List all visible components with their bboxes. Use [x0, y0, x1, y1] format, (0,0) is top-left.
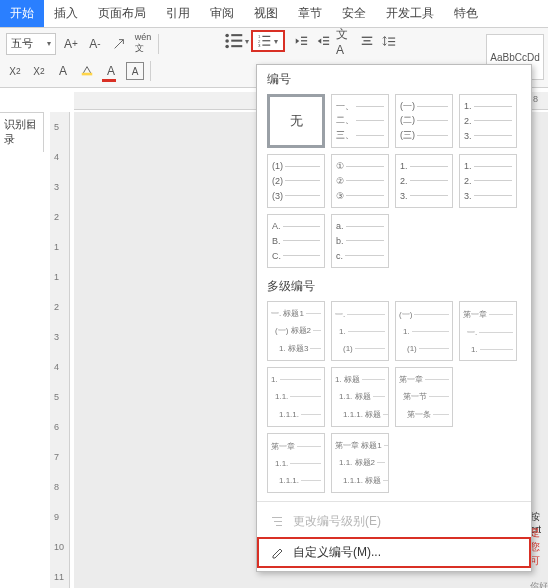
svg-rect-0	[82, 73, 93, 76]
multilevel-option[interactable]: 第一章一.1.	[459, 301, 517, 361]
chevron-down-icon: ▾	[274, 37, 278, 46]
svg-rect-12	[262, 45, 270, 46]
decrease-indent-icon[interactable]	[292, 32, 310, 50]
numbering-option[interactable]: a.b.c.	[331, 214, 389, 268]
svg-rect-15	[301, 44, 307, 45]
numbering-option[interactable]: (一)(二)(三)	[395, 94, 453, 148]
highlight-icon[interactable]	[78, 62, 96, 80]
numbering-option[interactable]: 一、二、三、	[331, 94, 389, 148]
chevron-down-icon: ▾	[47, 39, 51, 48]
ruler-tick: 1	[54, 272, 59, 282]
multilevel-option[interactable]: 第一章第一节第一条	[395, 367, 453, 427]
numbering-option[interactable]: A.B.C.	[267, 214, 325, 268]
ruler-h-mark: 8	[533, 94, 538, 104]
numbering-option[interactable]: 1.2.3.	[459, 94, 517, 148]
numbering-dropdown: 编号 无一、二、三、(一)(二)(三)1.2.3.(1)(2)(3)①②③1.2…	[256, 64, 532, 572]
multilevel-option[interactable]: 一.1.(1)	[331, 301, 389, 361]
chevron-down-icon: ▾	[245, 37, 249, 46]
svg-rect-20	[364, 40, 371, 41]
line-spacing-icon[interactable]	[380, 32, 398, 50]
numbering-option[interactable]: (1)(2)(3)	[267, 154, 325, 208]
clear-format-icon[interactable]	[110, 35, 128, 53]
svg-rect-18	[323, 44, 329, 45]
tab-special[interactable]: 特色	[444, 0, 488, 27]
pencil-icon	[271, 546, 285, 560]
multilevel-option[interactable]: 第一章1.1.1.1.1.	[267, 433, 325, 493]
svg-rect-10	[262, 40, 270, 41]
multilevel-option[interactable]: (一)1.(1)	[395, 301, 453, 361]
tab-devtools[interactable]: 开发工具	[376, 0, 444, 27]
svg-rect-23	[388, 41, 395, 42]
svg-rect-6	[231, 45, 242, 47]
tab-bar: 开始 插入 页面布局 引用 审阅 视图 章节 安全 开发工具 特色	[0, 0, 548, 28]
svg-rect-8	[262, 36, 270, 37]
increase-indent-icon[interactable]	[314, 32, 332, 50]
superscript-icon[interactable]: X2	[6, 62, 24, 80]
svg-rect-14	[301, 40, 307, 41]
left-panel: 识别目录	[0, 112, 44, 152]
font-effect-icon[interactable]: A	[54, 62, 72, 80]
ruler-tick: 5	[54, 392, 59, 402]
svg-rect-13	[301, 37, 307, 38]
side-text-warn: 是您可	[530, 526, 548, 568]
customize-numbering-item[interactable]: 自定义编号(M)...	[257, 537, 531, 568]
align-icon[interactable]	[358, 32, 376, 50]
char-border-icon[interactable]: A	[126, 62, 144, 80]
ruler-tick: 3	[54, 182, 59, 192]
svg-rect-4	[231, 40, 242, 42]
ruler-tick: 4	[54, 362, 59, 372]
multilevel-option[interactable]: 一. 标题1(一) 标题21. 标题3	[267, 301, 325, 361]
tab-insert[interactable]: 插入	[44, 0, 88, 27]
svg-rect-16	[323, 37, 329, 38]
svg-rect-19	[362, 37, 373, 38]
multilevel-grid: 一. 标题1(一) 标题21. 标题3一.1.(1)(一)1.(1)第一章一.1…	[257, 297, 531, 497]
numbered-list-button[interactable]: 123 ▾	[251, 30, 285, 52]
subscript-icon[interactable]: X2	[30, 62, 48, 80]
ruler-tick: 7	[54, 452, 59, 462]
svg-rect-24	[388, 45, 395, 46]
numbering-option[interactable]: 1.2.3.	[459, 154, 517, 208]
tab-security[interactable]: 安全	[332, 0, 376, 27]
ruler-tick: 1	[54, 242, 59, 252]
increase-font-icon[interactable]: A+	[62, 35, 80, 53]
tab-layout[interactable]: 页面布局	[88, 0, 156, 27]
tab-start[interactable]: 开始	[0, 0, 44, 27]
text-direction-icon[interactable]: 文A	[336, 32, 354, 50]
svg-rect-17	[323, 40, 329, 41]
ruler-tick: 5	[54, 122, 59, 132]
phonetic-icon[interactable]: wén文	[134, 35, 152, 53]
ruler-tick: 9	[54, 512, 59, 522]
tab-reference[interactable]: 引用	[156, 0, 200, 27]
font-color-icon[interactable]: A	[102, 62, 120, 80]
ruler-tick: 6	[54, 422, 59, 432]
svg-point-1	[225, 34, 229, 38]
multilevel-option[interactable]: 第一章 标题11.1. 标题21.1.1. 标题	[331, 433, 389, 493]
customize-numbering-label: 自定义编号(M)...	[293, 544, 381, 561]
multilevel-option[interactable]: 1.1.1.1.1.1.	[267, 367, 325, 427]
svg-rect-21	[362, 44, 373, 45]
svg-point-5	[225, 45, 229, 49]
ruler-tick: 3	[54, 332, 59, 342]
tab-review[interactable]: 审阅	[200, 0, 244, 27]
change-level-label: 更改编号级别(E)	[293, 513, 381, 530]
numbering-option[interactable]: ①②③	[331, 154, 389, 208]
ruler-tick: 2	[54, 302, 59, 312]
numbering-option[interactable]: 1.2.3.	[395, 154, 453, 208]
tab-chapter[interactable]: 章节	[288, 0, 332, 27]
list-level-icon	[271, 515, 285, 529]
font-size-select[interactable]: 五号 ▾	[6, 33, 56, 55]
svg-rect-2	[231, 34, 242, 36]
svg-rect-25	[272, 517, 282, 518]
numbering-option[interactable]: 无	[267, 94, 325, 148]
decrease-font-icon[interactable]: A-	[86, 35, 104, 53]
ruler-vertical: 543211234567891011	[50, 112, 70, 588]
ruler-tick: 10	[54, 542, 64, 552]
bullet-list-button[interactable]: ▾	[222, 30, 250, 52]
svg-rect-27	[276, 525, 282, 526]
multilevel-option[interactable]: 1. 标题1.1. 标题1.1.1. 标题	[331, 367, 389, 427]
tab-view[interactable]: 视图	[244, 0, 288, 27]
svg-rect-22	[388, 38, 395, 39]
svg-rect-26	[274, 521, 282, 522]
change-level-item: 更改编号级别(E)	[257, 506, 531, 537]
svg-point-3	[225, 39, 229, 43]
